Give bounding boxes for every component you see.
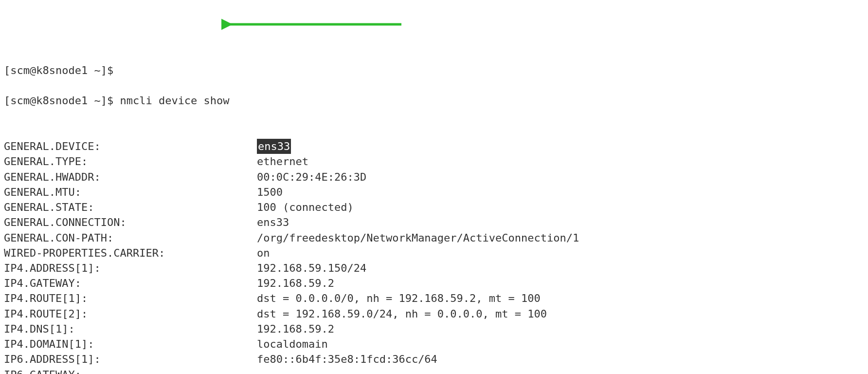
output-row: IP4.ROUTE[2]:dst = 192.168.59.0/24, nh =… xyxy=(4,306,864,321)
output-row: IP4.DNS[1]:192.168.59.2 xyxy=(4,321,864,337)
output-row: GENERAL.CONNECTION:ens33 xyxy=(4,215,864,230)
output-value: dst = 0.0.0.0/0, nh = 192.168.59.2, mt =… xyxy=(257,291,541,306)
output-key: IP4.ADDRESS[1]: xyxy=(4,261,257,276)
output-row: GENERAL.MTU:1500 xyxy=(4,185,864,200)
output-row: IP4.ROUTE[1]:dst = 0.0.0.0/0, nh = 192.1… xyxy=(4,291,864,306)
output-row: IP4.ADDRESS[1]:192.168.59.150/24 xyxy=(4,261,864,276)
output-key: GENERAL.TYPE: xyxy=(4,154,257,169)
output-key: IP4.ROUTE[2]: xyxy=(4,306,257,321)
output-row: IP4.GATEWAY:192.168.59.2 xyxy=(4,276,864,291)
output-value: localdomain xyxy=(257,337,328,352)
prompt-line-empty: [scm@k8snode1 ~]$ xyxy=(4,63,864,78)
output-key: IP4.DOMAIN[1]: xyxy=(4,337,257,352)
output-key: WIRED-PROPERTIES.CARRIER: xyxy=(4,245,257,261)
output-row: IP6.GATEWAY:-- xyxy=(4,367,864,374)
output-value: ethernet xyxy=(257,154,308,169)
output-key: IP6.GATEWAY: xyxy=(4,367,257,374)
output-key: GENERAL.STATE: xyxy=(4,200,257,215)
output-row: WIRED-PROPERTIES.CARRIER:on xyxy=(4,245,864,261)
prompt-line-command[interactable]: [scm@k8snode1 ~]$ nmcli device show xyxy=(4,93,864,108)
output-key: GENERAL.CONNECTION: xyxy=(4,215,257,230)
output-value: fe80::6b4f:35e8:1fcd:36cc/64 xyxy=(257,352,437,367)
output-row: GENERAL.DEVICE:ens33 xyxy=(4,139,864,154)
shell-prompt: [scm@k8snode1 ~]$ xyxy=(4,94,120,107)
output-row: IP4.DOMAIN[1]:localdomain xyxy=(4,337,864,352)
output-key: IP4.ROUTE[1]: xyxy=(4,291,257,306)
output-key: GENERAL.MTU: xyxy=(4,185,257,200)
output-value: 1500 xyxy=(257,185,283,200)
command-text: nmcli device show xyxy=(120,94,229,107)
output-value: /org/freedesktop/NetworkManager/ActiveCo… xyxy=(257,230,579,245)
output-key: GENERAL.DEVICE: xyxy=(4,139,257,154)
output-value: 192.168.59.2 xyxy=(257,321,334,337)
output-row: GENERAL.CON-PATH:/org/freedesktop/Networ… xyxy=(4,230,864,245)
output-key: GENERAL.CON-PATH: xyxy=(4,230,257,245)
output-value: -- xyxy=(257,367,270,374)
output-row: GENERAL.TYPE:ethernet xyxy=(4,154,864,169)
output-value: dst = 192.168.59.0/24, nh = 0.0.0.0, mt … xyxy=(257,306,547,321)
output-value: 192.168.59.150/24 xyxy=(257,261,366,276)
output-key: GENERAL.HWADDR: xyxy=(4,169,257,185)
output-row: IP6.ADDRESS[1]:fe80::6b4f:35e8:1fcd:36cc… xyxy=(4,352,864,367)
output-value: ens33 xyxy=(257,139,291,154)
output-value: 100 (connected) xyxy=(257,200,354,215)
output-key: IP4.GATEWAY: xyxy=(4,276,257,291)
arrow-annotation-icon xyxy=(221,16,406,33)
output-value: 192.168.59.2 xyxy=(257,276,334,291)
command-output: GENERAL.DEVICE:ens33GENERAL.TYPE:etherne… xyxy=(4,139,864,374)
output-value: 00:0C:29:4E:26:3D xyxy=(257,169,366,185)
output-key: IP6.ADDRESS[1]: xyxy=(4,352,257,367)
output-key: IP4.DNS[1]: xyxy=(4,321,257,337)
output-value: on xyxy=(257,245,270,261)
output-value: ens33 xyxy=(257,215,289,230)
shell-prompt: [scm@k8snode1 ~]$ xyxy=(4,64,120,76)
output-row: GENERAL.HWADDR:00:0C:29:4E:26:3D xyxy=(4,169,864,185)
output-row: GENERAL.STATE:100 (connected) xyxy=(4,200,864,215)
